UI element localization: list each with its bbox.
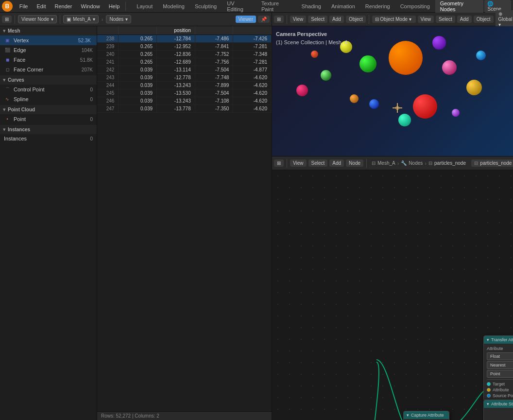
mesh-dropdown[interactable]: ▣ Mesh_A ▾ (63, 15, 99, 23)
vp-object2[interactable]: Object (474, 16, 494, 23)
pin-btn[interactable]: 📌 (258, 16, 270, 23)
nodes-dropdown[interactable]: Nodes ▾ (106, 15, 131, 23)
menu-render[interactable]: Render (51, 2, 76, 10)
col-w (233, 26, 272, 35)
node-add[interactable]: Add (329, 159, 344, 167)
node-editor-type[interactable]: ⊞ (274, 159, 284, 167)
top-menubar: B File Edit Render Window Help Layout Mo… (0, 0, 513, 13)
tab-geometry-nodes[interactable]: Geometry Nodes (435, 0, 484, 13)
type-vertex[interactable]: ▣ Vertex 52.3K (0, 35, 97, 45)
tab-layout[interactable]: Layout (132, 2, 157, 10)
sphere-red-small (311, 51, 318, 58)
node-canvas[interactable]: ▣ Group Input Geometry Attribute (272, 170, 513, 420)
type-point[interactable]: • Point 0 (0, 114, 97, 124)
viewport-canvas: Camera Perspective (1) Scene Collection … (272, 26, 513, 156)
vp-select[interactable]: Select (308, 16, 327, 23)
vp-view[interactable]: View (290, 16, 307, 23)
node-attr-stat-header: ▾ Attribute Statistic (484, 400, 513, 408)
menu-edit[interactable]: Edit (33, 2, 50, 10)
vp-view2[interactable]: View (418, 16, 434, 23)
type-spline[interactable]: ∿ Spline 0 (0, 94, 97, 104)
viewport-section: ⊞ View Select Add Object ⊟ Object Mode ▾… (272, 13, 513, 156)
face-corner-icon: ◻ (4, 66, 11, 73)
table-row[interactable]: 242 0.039 -13.114 -7.504 -4.877 (97, 66, 272, 74)
instances-section-header: ▾ Instances (0, 125, 97, 134)
node-toolbar: ⊞ View Select Add Node ⊟ Mesh_A › 🔧 Node… (272, 157, 513, 170)
table-row[interactable]: 244 0.039 -13.243 -7.899 -4.620 (97, 82, 272, 89)
node-capture-attribute[interactable]: ▾ Capture Attribute Geometry Attribute (403, 411, 449, 420)
sphere-cyan (476, 51, 486, 60)
type-face[interactable]: ◼ Face 51.8K (0, 55, 97, 65)
sphere-teal (398, 114, 411, 126)
domain-dropdown[interactable]: Point (487, 370, 513, 378)
node-view[interactable]: View (290, 159, 307, 167)
editor-type-btn[interactable]: ⊞ (2, 16, 12, 23)
control-point-icon: ⌒ (4, 86, 11, 93)
node-transfer-attribute[interactable]: ▾ Transfer Attribute Attribute Float Nea… (483, 335, 513, 401)
table-row[interactable]: 245 0.039 -13.530 -7.504 -4.620 (97, 89, 272, 97)
table-row[interactable]: 241 0.265 -12.689 -7.756 -7.281 (97, 58, 272, 66)
tab-uv-editing[interactable]: UV Editing (222, 0, 256, 13)
node-transfer-attr-body: Attribute Float Nearest Point (484, 344, 513, 401)
sphere-orange-small (350, 94, 359, 103)
separator (125, 2, 126, 11)
edge-icon: ⬛ (4, 47, 11, 53)
right-panel: ⊞ View Select Add Object ⊟ Object Mode ▾… (272, 13, 513, 420)
attr-in2 (487, 388, 491, 392)
vp-object[interactable]: Object (346, 16, 366, 23)
sep2 (366, 159, 367, 168)
col-x (119, 26, 157, 35)
curves-section-header: ▾ Curves (0, 75, 97, 85)
tab-modeling[interactable]: Modeling (158, 2, 189, 10)
tab-compositing[interactable]: Compositing (395, 2, 435, 10)
viewport-toolbar: ⊞ View Select Add Object ⊟ Object Mode ▾… (272, 13, 513, 26)
node-attr-stat-body: Mean Median Sum Min (484, 408, 513, 420)
workspace-tabs: Layout Modeling Sculpting UV Editing Tex… (132, 0, 483, 13)
viewer-node-dropdown[interactable]: Viewer Node ▾ (18, 15, 57, 23)
table-row[interactable]: 246 0.039 -13.243 -7.108 -4.620 (97, 97, 272, 105)
viewport-cursor (393, 103, 402, 113)
table-row[interactable]: 243 0.039 -12.778 -7.748 -4.620 (97, 74, 272, 82)
vp-select2[interactable]: Select (436, 16, 455, 23)
tab-shading[interactable]: Shading (297, 2, 326, 10)
node-capture-attr-header: ▾ Capture Attribute (404, 411, 449, 419)
node-node[interactable]: Node (346, 159, 363, 167)
node-select[interactable]: Select (308, 159, 328, 167)
table-row[interactable]: 247 0.039 -13.778 -7.350 -4.620 (97, 105, 272, 113)
mapping-dropdown[interactable]: Nearest (487, 361, 513, 369)
tab-animation[interactable]: Animation (326, 2, 360, 10)
menu-help[interactable]: Help (105, 2, 124, 10)
main-layout: ⊞ Viewer Node ▾ ▣ Mesh_A ▾ › Nodes ▾ Vie… (0, 13, 513, 420)
type-face-corner[interactable]: ◻ Face Corner 207K (0, 65, 97, 74)
table-row[interactable]: 238 0.265 -12.784 -7.486 -7.426 (97, 35, 272, 43)
sphere-rose (296, 85, 308, 96)
vp-editor-type[interactable]: ⊞ (274, 16, 284, 23)
point-icon: • (4, 116, 11, 122)
menu-window[interactable]: Window (77, 2, 104, 10)
breadcrumb: ⊟ Mesh_A › 🔧 Nodes › ⊟ particles_node (370, 160, 468, 166)
global-orientation[interactable]: ⊕ Global ▾ (496, 10, 513, 28)
sphere-pink (442, 60, 457, 75)
tab-sculpting[interactable]: Sculpting (190, 2, 222, 10)
table-footer: Rows: 52,272 | Columns: 2 (97, 411, 272, 420)
tab-texture-paint[interactable]: Texture Paint (256, 0, 296, 13)
node-attribute-statistic[interactable]: ▾ Attribute Statistic Mean Median (483, 400, 513, 420)
vp-add[interactable]: Add (329, 16, 344, 23)
tab-rendering[interactable]: Rendering (360, 2, 395, 10)
spline-icon: ∿ (4, 96, 11, 103)
file-name-field[interactable]: ⊟ particles_node ✓ ⊞ ✕ 📌 (471, 159, 513, 167)
table-row[interactable]: 239 0.265 -12.952 -7.841 -7.281 (97, 43, 272, 51)
menu-file[interactable]: File (16, 2, 32, 10)
table-header: position (97, 26, 272, 35)
col-y: position (157, 26, 195, 35)
type-edge[interactable]: ⬛ Edge 104K (0, 45, 97, 55)
type-instances[interactable]: Instances 0 (0, 134, 97, 143)
type-control-point[interactable]: ⌒ Control Point 0 (0, 85, 97, 94)
mode-toggle[interactable]: ⊟ Object Mode ▾ (372, 16, 416, 23)
viewer-btn[interactable]: Viewer (236, 16, 256, 23)
sphere-gold (466, 80, 482, 95)
type-dropdown[interactable]: Float (487, 352, 513, 360)
node-transfer-attr-header: ▾ Transfer Attribute (484, 336, 513, 344)
vp-add2[interactable]: Add (457, 16, 472, 23)
table-row[interactable]: 240 0.265 -12.836 -7.752 -7.348 (97, 51, 272, 58)
